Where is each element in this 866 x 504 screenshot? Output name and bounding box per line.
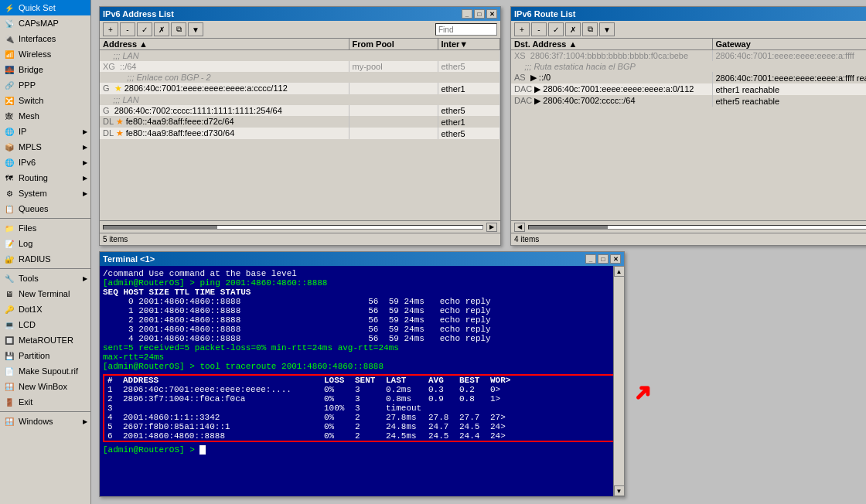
- table-row: 4 2001:4860:1:1::3342 0% 2 27.8ms 27.8 2…: [104, 413, 619, 422]
- table-row: ;;; Ruta estatica hacia el BGP: [511, 61, 866, 72]
- scroll-left-btn[interactable]: ◀: [514, 223, 525, 232]
- sidebar-item-ppp[interactable]: 🔗 PPP: [0, 77, 90, 93]
- table-row[interactable]: XG ::/64 my-pool ether5: [100, 61, 500, 72]
- sidebar-item-system[interactable]: ⚙ System ▶: [0, 186, 90, 201]
- sidebar-item-windows[interactable]: 🪟 Windows ▶: [0, 414, 90, 429]
- sidebar-item-mpls[interactable]: 📦 MPLS ▶: [0, 139, 90, 155]
- windows-expand-arrow: ▶: [83, 418, 87, 425]
- sidebar-item-label: Exit: [19, 397, 32, 407]
- interfaces-icon: 🔌: [3, 32, 15, 45]
- route-disable-button[interactable]: ✗: [565, 22, 581, 36]
- close-button[interactable]: ✕: [486, 9, 497, 19]
- sidebar-item-tools[interactable]: 🔧 Tools ▶: [0, 271, 90, 286]
- switch-icon: 🔀: [3, 94, 15, 107]
- sidebar-item-routing[interactable]: 🗺 Routing ▶: [0, 170, 90, 186]
- ipv6-route-list-title: IPv6 Route List: [514, 9, 866, 19]
- add-button[interactable]: +: [103, 22, 118, 36]
- col-interface[interactable]: Inter▼: [438, 39, 500, 50]
- col-gateway[interactable]: Gateway: [712, 39, 866, 50]
- table-row[interactable]: DL ★ fe80::4aa9:8aff:feee:d72c/64 ether1: [100, 116, 500, 128]
- enable-button[interactable]: ✓: [137, 22, 152, 36]
- mpls-icon: 📦: [3, 141, 15, 153]
- sidebar-item-new-winbox[interactable]: 🪟 New WinBox: [0, 379, 90, 394]
- route-copy-button[interactable]: ⧉: [582, 22, 598, 36]
- sidebar-item-label: Tools: [19, 274, 39, 283]
- disable-button[interactable]: ✗: [154, 22, 169, 36]
- sidebar-item-label: Partition: [19, 351, 49, 360]
- col-dst-address[interactable]: Dst. Address ▲: [511, 39, 712, 50]
- sidebar-item-exit[interactable]: 🚪 Exit: [0, 394, 90, 410]
- sidebar-item-ipv6[interactable]: 🌐 IPv6 ▶: [0, 155, 90, 170]
- sidebar-item-lcd[interactable]: 💻 LCD: [0, 317, 90, 332]
- ip-icon: 🌐: [3, 125, 15, 138]
- copy-button[interactable]: ⧉: [171, 22, 186, 36]
- sidebar-divider-2: [0, 268, 90, 269]
- sidebar-item-label: MPLS: [19, 142, 42, 152]
- minimize-button[interactable]: _: [462, 9, 472, 19]
- sidebar-item-new-terminal[interactable]: 🖥 New Terminal: [0, 286, 90, 301]
- sidebar-item-queues[interactable]: 📋 Queues: [0, 201, 90, 216]
- filter-button[interactable]: ▼: [188, 22, 203, 36]
- sidebar-item-quick-set[interactable]: ⚡ Quick Set: [0, 0, 90, 15]
- sidebar-item-ip[interactable]: 🌐 IP ▶: [0, 124, 90, 139]
- route-enable-button[interactable]: ✓: [548, 22, 564, 36]
- ipv6-icon: 🌐: [3, 156, 15, 169]
- scroll-up-btn[interactable]: ▲: [614, 266, 625, 277]
- ppp-icon: 🔗: [3, 79, 15, 91]
- sidebar-item-wireless[interactable]: 📶 Wireless: [0, 46, 90, 62]
- maximize-button[interactable]: □: [474, 9, 485, 19]
- route-add-button[interactable]: +: [514, 22, 530, 36]
- radius-icon: 🔐: [3, 253, 15, 265]
- quick-set-icon: ⚡: [3, 2, 15, 14]
- col-address[interactable]: Address ▲: [100, 39, 349, 50]
- ipv6-route-list-titlebar: IPv6 Route List _ □ ✕: [511, 7, 866, 21]
- mpls-expand-arrow: ▶: [83, 144, 87, 151]
- col-from-pool[interactable]: From Pool: [349, 39, 438, 50]
- sidebar-item-interfaces[interactable]: 🔌 Interfaces: [0, 31, 90, 46]
- new-winbox-icon: 🪟: [3, 380, 15, 393]
- sidebar-item-make-supout[interactable]: 📄 Make Supout.rif: [0, 363, 90, 379]
- table-row[interactable]: DAC ▶ 2806:40c:7002:cccc::/64 ether5 rea…: [511, 95, 866, 107]
- table-row[interactable]: DAC ▶ 2806:40c:7001:eeee:eeee:eeee:a:0/1…: [511, 83, 866, 95]
- terminal-content[interactable]: /command Use command at the base level […: [100, 266, 624, 496]
- lcd-icon: 💻: [3, 318, 15, 331]
- address-table-container[interactable]: Address ▲ From Pool Inter▼ ;;; LAN XG ::…: [100, 39, 500, 220]
- route-table-container[interactable]: Dst. Address ▲ Gateway XS 2806:3f7:1004:…: [511, 39, 866, 220]
- table-row[interactable]: AS ▶ ::/0 2806:40c:7001:eeee:eeee:eeee:a…: [511, 72, 866, 83]
- table-row: ;;; Enlace con BGP - 2: [100, 72, 500, 83]
- sidebar-item-dot1x[interactable]: 🔑 Dot1X: [0, 301, 90, 317]
- route-filter-button[interactable]: ▼: [599, 22, 615, 36]
- sidebar-item-partition[interactable]: 💾 Partition: [0, 348, 90, 363]
- sidebar-item-label: PPP: [19, 80, 36, 90]
- scroll-down-btn[interactable]: ▼: [614, 485, 625, 496]
- sidebar-item-switch[interactable]: 🔀 Switch: [0, 93, 90, 108]
- find-input[interactable]: [435, 23, 497, 36]
- sidebar-item-capsman[interactable]: 📡 CAPsMAP: [0, 15, 90, 31]
- minimize-button-3[interactable]: _: [585, 254, 596, 264]
- table-row[interactable]: G 2806:40c:7002:cccc:1111:1111:1111:254/…: [100, 105, 500, 116]
- remove-button[interactable]: -: [120, 22, 135, 36]
- sidebar-item-label: Mesh: [19, 111, 39, 121]
- table-row[interactable]: G ★ 2806:40c:7001:eeee:eeee:eeee:a:cccc/…: [100, 83, 500, 94]
- route-remove-button[interactable]: -: [531, 22, 547, 36]
- dot1x-icon: 🔑: [3, 303, 15, 315]
- maximize-button-3[interactable]: □: [598, 254, 609, 264]
- bridge-icon: 🌉: [3, 63, 15, 76]
- sidebar-item-label: Quick Set: [19, 3, 56, 12]
- sidebar-item-label: IP: [19, 127, 26, 136]
- sidebar-item-log[interactable]: 📝 Log: [0, 236, 90, 251]
- sidebar-item-radius[interactable]: 🔐 RADIUS: [0, 251, 90, 267]
- table-row: 2 2806:3f7:1004::f0ca:f0ca 0% 3 0.8ms 0.…: [104, 394, 619, 404]
- sidebar-item-metarouter[interactable]: 🔲 MetaROUTER: [0, 332, 90, 348]
- sidebar-item-bridge[interactable]: 🌉 Bridge: [0, 62, 90, 77]
- new-terminal-icon: 🖥: [3, 288, 15, 300]
- terminal-prompt[interactable]: [admin@RouterOS] >: [103, 445, 621, 455]
- sidebar-item-mesh[interactable]: 🕸 Mesh: [0, 108, 90, 124]
- scroll-right-btn[interactable]: ▶: [486, 223, 497, 232]
- ipv6-route-list-window: IPv6 Route List _ □ ✕ + - ✓ ✗ ⧉ ▼ Dst. A…: [510, 6, 866, 246]
- close-button-3[interactable]: ✕: [610, 254, 621, 264]
- terminal-title: Terminal <1>: [103, 254, 585, 264]
- table-row[interactable]: XS 2806:3f7:1004:bbbb:bbbb:bbbb:f0ca:beb…: [511, 50, 866, 62]
- table-row[interactable]: DL ★ fe80::4aa9:8aff:feee:d730/64 ether5: [100, 128, 500, 139]
- sidebar-item-files[interactable]: 📁 Files: [0, 220, 90, 236]
